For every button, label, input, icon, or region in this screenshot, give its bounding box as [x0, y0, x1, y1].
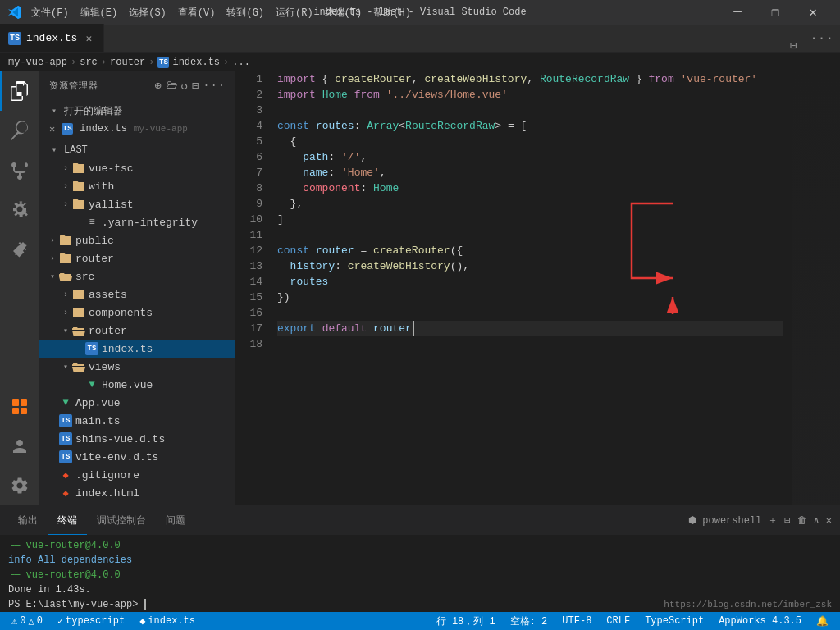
vscode-window: 文件(F) 编辑(E) 选择(S) 查看(V) 转到(G) 运行(R) 终端(T… — [0, 0, 840, 630]
appworks-icon[interactable] — [0, 387, 39, 427]
panel-tab-terminal[interactable]: 终端 — [48, 506, 87, 535]
menu-run[interactable]: 运行(R) — [271, 4, 318, 21]
open-editor-path: my-vue-app — [134, 124, 188, 134]
run-debug-icon[interactable] — [0, 189, 39, 229]
tree-item-vue-tsc[interactable]: › vue-tsc — [39, 159, 235, 177]
tab-close-button[interactable]: ✕ — [82, 32, 95, 45]
extensions-icon[interactable] — [0, 229, 39, 268]
tree-item-with[interactable]: › with — [39, 177, 235, 195]
panel-tab-problems[interactable]: 问题 — [156, 506, 195, 535]
search-icon[interactable] — [0, 111, 39, 150]
settings-icon[interactable] — [0, 466, 39, 505]
menu-select[interactable]: 选择(S) — [124, 4, 171, 21]
maximize-button[interactable]: ❐ — [756, 0, 794, 25]
vue-tsc-arrow: › — [59, 162, 72, 175]
router-arrow: › — [46, 252, 59, 265]
folder-name: public — [75, 235, 114, 247]
code-line-5: { — [277, 134, 783, 149]
tree-item-index-ts[interactable]: › TS index.ts — [39, 340, 235, 358]
folder-icon — [59, 252, 72, 265]
close-panel-icon[interactable]: ✕ — [826, 514, 832, 527]
open-editors-label: 打开的编辑器 — [64, 104, 123, 118]
tree-item-gitignore[interactable]: › ◆ .gitignore — [39, 466, 235, 484]
editor-tab-index-ts[interactable]: TS index.ts ✕ — [0, 24, 104, 52]
source-control-icon[interactable] — [0, 150, 39, 189]
last-section-header[interactable]: ▾ LAST — [39, 141, 235, 159]
more-actions-button[interactable]: ··· — [803, 24, 840, 52]
tree-item-views[interactable]: ▾ views — [39, 358, 235, 376]
split-editor-button[interactable]: ⊟ — [783, 39, 803, 52]
breadcrumb-symbol[interactable]: ... — [232, 57, 250, 68]
more-icon[interactable]: ··· — [203, 79, 226, 93]
sidebar-header-actions[interactable]: ⊕ 🗁 ↺ ⊟ ··· — [154, 79, 226, 93]
breadcrumb-app[interactable]: my-vue-app — [8, 57, 67, 68]
status-position[interactable]: 行 18，列 1 — [433, 612, 499, 630]
add-terminal-icon[interactable]: ＋ — [768, 514, 778, 527]
status-eol[interactable]: CRLF — [603, 612, 633, 630]
tree-item-main-ts[interactable]: › TS main.ts — [39, 412, 235, 430]
tree-item-router-top[interactable]: › router — [39, 249, 235, 267]
status-filename[interactable]: ◆ index.ts — [136, 612, 199, 630]
collapse-panel-icon[interactable]: ∧ — [814, 514, 819, 527]
breadcrumb-sep1: › — [71, 57, 76, 68]
error-count: 0 — [20, 615, 25, 627]
new-file-icon[interactable]: ⊕ — [154, 79, 162, 93]
panel-tab-output[interactable]: 输出 — [8, 506, 48, 535]
minimize-button[interactable]: ─ — [719, 0, 756, 25]
tree-item-yarn-integrity[interactable]: › ≡ .yarn-integrity — [39, 213, 235, 231]
tree-item-index-html[interactable]: › ◆ index.html — [39, 484, 235, 502]
status-notification[interactable]: 🔔 — [813, 612, 832, 630]
tree-item-public[interactable]: › public — [39, 231, 235, 249]
folder-icon — [59, 234, 72, 247]
split-terminal-icon[interactable]: ⊟ — [784, 514, 790, 527]
kill-terminal-icon[interactable]: 🗑 — [797, 514, 807, 527]
open-editors-header[interactable]: ▾ 打开的编辑器 — [39, 102, 235, 120]
open-editor-item-index-ts[interactable]: ✕ TS index.ts my-vue-app — [39, 120, 235, 138]
status-typescript[interactable]: ✓ typescript — [54, 612, 128, 630]
new-folder-icon[interactable]: 🗁 — [166, 79, 178, 93]
status-encoding[interactable]: UTF-8 — [559, 612, 595, 630]
refresh-icon[interactable]: ↺ — [181, 79, 189, 93]
panel-tab-debug[interactable]: 调试控制台 — [87, 506, 156, 535]
breadcrumb-file[interactable]: index.ts — [172, 57, 220, 68]
status-appworks[interactable]: AppWorks 4.3.5 — [715, 612, 805, 630]
tree-item-app-vue[interactable]: › ▼ App.vue — [39, 394, 235, 412]
minimap[interactable] — [791, 71, 840, 505]
editor-content[interactable]: 12345 678910 1112131415 161718 import { … — [236, 71, 840, 505]
ts-file-icon: TS — [59, 450, 72, 463]
close-button[interactable]: ✕ — [794, 0, 832, 25]
terminal-line-4: Done in 1.43s. — [8, 582, 832, 597]
tree-item-components[interactable]: › components — [39, 304, 235, 322]
git-file-icon: ◆ — [59, 468, 72, 482]
activity-bar-bottom — [0, 387, 39, 505]
collapse-icon[interactable]: ⊟ — [192, 79, 199, 93]
menu-file[interactable]: 文件(F) — [26, 4, 74, 21]
menu-view[interactable]: 查看(V) — [173, 4, 221, 21]
tree-item-vite-env[interactable]: › TS vite-env.d.ts — [39, 448, 235, 466]
public-arrow: › — [46, 234, 59, 247]
tree-item-yallist[interactable]: › yallist — [39, 195, 235, 213]
menu-edit[interactable]: 编辑(E) — [75, 4, 123, 21]
status-spaces[interactable]: 空格: 2 — [507, 612, 551, 630]
status-errors[interactable]: ⚠ 0 △ 0 — [8, 612, 46, 630]
breadcrumb-src[interactable]: src — [80, 57, 98, 68]
sidebar-scrollable[interactable]: ▾ 打开的编辑器 ✕ TS index.ts my-vue-app ▾ LAST — [39, 100, 235, 505]
bottom-panel: 输出 终端 调试控制台 问题 ⬢ powershell ＋ ⊟ 🗑 ∧ ✕ └─… — [0, 505, 840, 612]
open-editor-filename: index.ts — [80, 123, 127, 135]
folder-icon — [72, 324, 85, 337]
tree-item-assets[interactable]: › assets — [39, 285, 235, 304]
editor-close-icon[interactable]: ✕ — [49, 123, 55, 135]
terminal-content[interactable]: └─ vue-router@4.0.0 info All dependencie… — [0, 535, 840, 612]
tree-item-home-vue[interactable]: › ▼ Home.vue — [39, 376, 235, 394]
account-icon[interactable] — [0, 427, 39, 466]
explorer-icon[interactable] — [0, 71, 39, 111]
window-controls[interactable]: ─ ❐ ✕ — [719, 0, 832, 25]
file-name: shims-vue.d.ts — [75, 433, 165, 445]
menu-goto[interactable]: 转到(G) — [221, 4, 269, 21]
tree-item-router-open[interactable]: ▾ router — [39, 322, 235, 340]
code-content[interactable]: import { createRouter, createWebHistory,… — [269, 71, 791, 505]
breadcrumb-router[interactable]: router — [110, 57, 145, 68]
tree-item-shims-vue[interactable]: › TS shims-vue.d.ts — [39, 430, 235, 448]
tree-item-src[interactable]: ▾ src — [39, 267, 235, 285]
status-language[interactable]: TypeScript — [641, 612, 707, 630]
